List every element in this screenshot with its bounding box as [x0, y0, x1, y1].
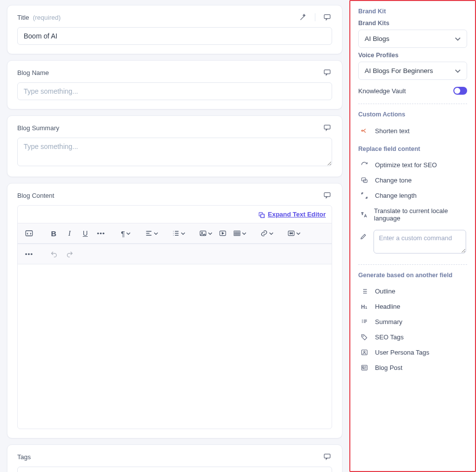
action-change-tone[interactable]: Change tone [358, 173, 467, 188]
align-dropdown[interactable] [143, 226, 160, 240]
title-input[interactable] [17, 27, 332, 45]
chevron-down-icon [455, 36, 461, 42]
link-dropdown[interactable] [258, 226, 275, 240]
italic-icon[interactable]: I [62, 226, 77, 240]
blog-content-input[interactable] [18, 264, 332, 427]
blog-content-label: Blog Content [17, 192, 54, 199]
ai-sidebar: Brand Kit Brand Kits AI Blogs Voice Prof… [349, 0, 476, 472]
svg-rect-6 [26, 231, 33, 236]
action-blog-post[interactable]: Blog Post [358, 360, 467, 375]
list-icon [359, 288, 369, 295]
title-card: Title (required) [7, 5, 342, 54]
paragraph-dropdown[interactable]: ¶ [118, 226, 133, 240]
title-label: Title (required) [17, 14, 61, 21]
refresh-icon [359, 161, 369, 169]
editor-toolbar-2: ••• [18, 244, 332, 264]
blog-summary-card: Blog Summary [7, 115, 342, 177]
undo-icon[interactable] [46, 247, 61, 261]
image-dropdown[interactable] [197, 226, 214, 240]
blog-summary-input[interactable] [17, 138, 332, 166]
comment-icon[interactable] [322, 12, 332, 22]
heading-icon: H1 [359, 304, 369, 310]
expand-editor-link[interactable]: Expand Text Editor [258, 211, 326, 218]
blog-name-label: Blog Name [17, 69, 49, 76]
voice-profiles-label: Voice Profiles [358, 52, 467, 59]
editor-toolbar: B I U ••• ¶ [18, 223, 332, 244]
svg-point-17 [363, 351, 365, 353]
comment-icon[interactable] [322, 123, 332, 133]
icon-divider [315, 13, 315, 21]
magic-wand-icon[interactable] [298, 12, 308, 22]
knowledge-vault-label: Knowledge Vault [358, 87, 406, 95]
rich-editor: Expand Text Editor B I U ••• ¶ [17, 205, 332, 429]
tags-label: Tags [17, 453, 31, 461]
chevron-down-icon [455, 68, 461, 74]
svg-rect-0 [324, 15, 330, 19]
underline-icon[interactable]: U [78, 226, 93, 240]
shorten-icon [359, 127, 369, 135]
more-icon[interactable]: ••• [22, 247, 36, 261]
tags-input[interactable] [17, 467, 332, 472]
resize-icon [359, 192, 369, 199]
svg-rect-2 [324, 125, 330, 129]
action-seo-tags[interactable]: SEO Tags [358, 329, 467, 345]
replace-heading: Replace field content [358, 145, 467, 152]
translate-icon [359, 211, 368, 218]
comment-icon[interactable] [322, 68, 332, 77]
voice-profiles-select[interactable]: AI Blogs For Beginners [358, 62, 467, 80]
svg-rect-11 [288, 231, 294, 235]
comment-icon[interactable] [322, 452, 332, 462]
svg-point-15 [363, 336, 363, 336]
chat-icon [359, 177, 369, 184]
action-headline[interactable]: H1 Headline [358, 299, 467, 314]
action-change-length[interactable]: Change length [358, 188, 467, 203]
more-format-icon[interactable]: ••• [94, 226, 108, 240]
pencil-icon [359, 230, 368, 240]
hash-dropdown[interactable] [285, 226, 303, 240]
divider [358, 104, 467, 104]
divider [358, 264, 467, 265]
custom-command-input[interactable] [374, 230, 466, 254]
blog-content-card: Blog Content Expand Text Editor B I U [7, 183, 342, 438]
list-dropdown[interactable] [170, 226, 187, 240]
custom-actions-heading: Custom Actions [358, 111, 467, 118]
action-user-persona[interactable]: User Persona Tags [358, 345, 467, 360]
action-outline[interactable]: Outline [358, 284, 467, 299]
svg-rect-1 [324, 70, 330, 74]
svg-rect-3 [324, 193, 330, 197]
comment-icon[interactable] [322, 190, 332, 200]
bold-icon[interactable]: B [46, 226, 61, 240]
action-shorten-text[interactable]: Shorten text [358, 123, 467, 139]
brand-kit-heading: Brand Kit [358, 8, 467, 15]
tag-icon [359, 333, 369, 341]
generate-heading: Generate based on another field [358, 272, 467, 279]
table-dropdown[interactable] [231, 226, 248, 240]
action-translate[interactable]: Translate to current locale language [358, 203, 467, 226]
svg-rect-10 [234, 231, 240, 235]
blog-summary-label: Blog Summary [17, 124, 59, 132]
svg-point-8 [202, 232, 203, 233]
main-form: Title (required) Blog Name [0, 0, 349, 472]
summary-icon [359, 318, 369, 326]
svg-rect-12 [324, 454, 330, 458]
blog-icon [359, 364, 369, 371]
redo-icon[interactable] [62, 247, 77, 261]
blog-name-input[interactable] [17, 82, 332, 100]
tags-card: Tags [7, 444, 342, 472]
blog-name-card: Blog Name [7, 60, 342, 109]
action-optimize-seo[interactable]: Optimize text for SEO [358, 157, 467, 173]
brand-kits-label: Brand Kits [358, 20, 467, 27]
knowledge-vault-toggle[interactable] [453, 87, 467, 95]
user-tag-icon [359, 349, 369, 356]
brand-kits-select[interactable]: AI Blogs [358, 30, 467, 48]
code-block-icon[interactable] [22, 226, 36, 240]
video-icon[interactable] [215, 226, 230, 240]
action-summary[interactable]: Summary [358, 314, 467, 329]
